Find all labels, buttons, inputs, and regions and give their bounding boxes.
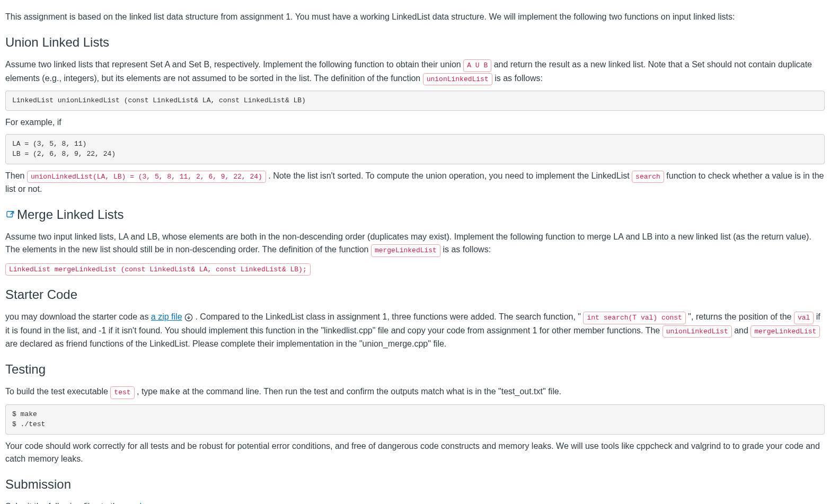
code-make: make (160, 387, 180, 397)
testing-paragraph-2: Your code should work correctly for all … (5, 440, 825, 465)
svg-rect-0 (7, 211, 13, 217)
text: and (734, 326, 750, 335)
gradescope-link[interactable]: gradescope (125, 502, 169, 505)
testing-codeblock: $ make $ ./test (5, 404, 825, 435)
text: , type (137, 387, 160, 396)
code-mergelinkedlist: mergeLinkedList (750, 325, 820, 338)
submission-heading: Submission (5, 475, 825, 494)
text: Assume two linked lists that represent S… (5, 60, 463, 69)
union-heading: Union Linked Lists (5, 33, 825, 52)
text: . Note the list isn't sorted. To compute… (268, 171, 632, 180)
text: Submit the following files to the (5, 502, 125, 505)
zip-file-link[interactable]: a zip file (151, 312, 182, 321)
example-codeblock: LA = (3, 5, 8, 11) LB = (2, 6, 8, 9, 22,… (5, 134, 825, 164)
code-val: val (794, 312, 814, 324)
text: is as follows: (443, 245, 491, 254)
download-icon[interactable] (184, 313, 193, 322)
code-union-result: unionLinkedList(LA, LB) = (3, 5, 8, 11, … (27, 171, 266, 183)
intro-paragraph: This assignment is based on the linked l… (5, 11, 825, 23)
text: is as follows: (495, 74, 543, 83)
code-test: test (110, 386, 134, 399)
merge-heading-text: Merge Linked Lists (17, 205, 123, 224)
submission-paragraph: Submit the following files to the grades… (5, 500, 825, 505)
external-link-icon (5, 210, 15, 219)
testing-paragraph-1: To build the test executable test , type… (5, 385, 825, 399)
merge-decl-paragraph: LinkedList mergeLinkedList (const Linked… (5, 262, 825, 276)
code-mergelinkedlist: mergeLinkedList (371, 244, 440, 257)
code-unionlinkedlist: unionLinkedList (663, 325, 732, 338)
union-then-paragraph: Then unionLinkedList(LA, LB) = (3, 5, 8,… (5, 170, 825, 196)
starter-heading: Starter Code (5, 285, 825, 304)
merge-heading: Merge Linked Lists (5, 205, 825, 224)
merge-paragraph-1: Assume two input linked lists, LA and LB… (5, 231, 825, 257)
text: Then (5, 171, 27, 180)
testing-heading: Testing (5, 360, 825, 379)
text: To build the test executable (5, 387, 110, 396)
code-merge-decl: LinkedList mergeLinkedList (const Linked… (5, 263, 311, 276)
text: ", returns the position of the (688, 312, 794, 321)
code-unionlinkedlist: unionLinkedList (423, 73, 492, 86)
code-aub: A U B (463, 59, 491, 72)
text: you may download the starter code as (5, 312, 148, 321)
text: . (171, 502, 173, 505)
starter-paragraph: you may download the starter code as a z… (5, 311, 825, 350)
union-paragraph-1: Assume two linked lists that represent S… (5, 58, 825, 85)
example-intro: For example, if (5, 116, 825, 129)
text: at the command line. Then run the test a… (182, 387, 561, 396)
text: are declared as friend functions of the … (5, 339, 446, 348)
code-search-sig: int search(T val) const (583, 312, 685, 324)
code-search: search (632, 171, 664, 183)
union-codeblock: LinkedList unionLinkedList (const Linked… (5, 91, 825, 111)
text: . Compared to the LinkedList class in as… (195, 312, 581, 321)
